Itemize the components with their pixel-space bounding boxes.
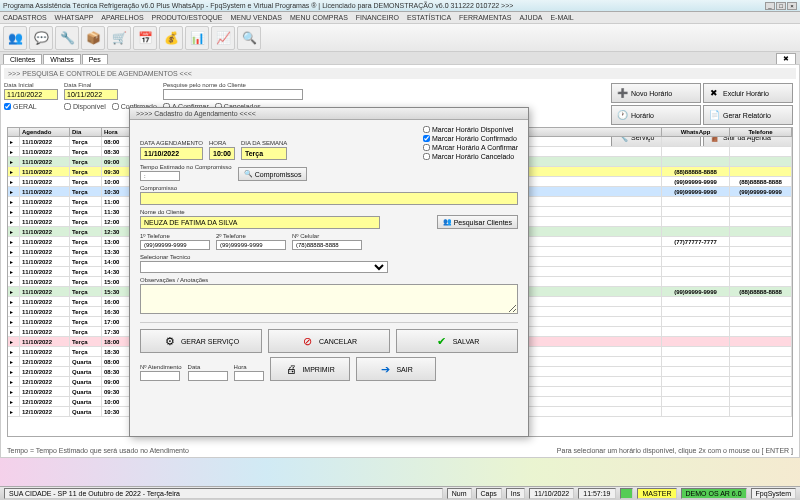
status-fpq: FpqSystem [751,488,796,499]
toolbar: 👥 💬 🔧 📦 🛒 📅 💰 📊 📈 🔍 [0,24,800,52]
gerar-servico-button[interactable]: ⚙GERAR SERVIÇO [140,329,262,353]
data-ag-field[interactable]: 11/10/2022 [140,147,203,160]
tel1-input[interactable] [140,240,210,250]
data-final-input[interactable] [64,89,118,100]
titlebar: Programa Assistência Técnica Refrigeraçã… [0,0,800,12]
dia-semana-field: Terça [241,147,287,160]
tab-clientes[interactable]: Clientes [3,54,42,64]
cel-input[interactable] [292,240,362,250]
search-icon: 🔍 [244,170,253,178]
window-title: Programa Assistência Técnica Refrigeraçã… [3,2,764,9]
toolbar-icon-3[interactable]: 🔧 [55,26,79,50]
status-city: SUA CIDADE - SP 11 de Outubro de 2022 - … [4,488,443,499]
menu-compras[interactable]: MENU COMPRAS [290,14,348,21]
menu-ferramentas[interactable]: FERRAMENTAS [459,14,511,21]
data-inicial-input[interactable] [4,89,58,100]
status-master: MASTER [637,488,676,499]
toolbar-icon-2[interactable]: 💬 [29,26,53,50]
tecnico-select[interactable] [140,261,388,273]
hora2-input[interactable] [234,371,264,381]
status-date: 11/10/2022 [529,488,574,499]
page-title: >>> PESQUISA E CONTROLE DE AGENDAMENTOS … [4,68,796,79]
col-telefone[interactable]: Telefone [730,128,792,136]
toolbar-icon-8[interactable]: 📊 [185,26,209,50]
footer-right: Para selecionar um horário disponível, c… [557,447,793,454]
maximize-button[interactable]: □ [776,2,786,10]
compromissos-button[interactable]: 🔍Compromissos [238,167,308,181]
chk-disp[interactable]: Disponível [64,103,106,110]
data-inicial-label: Data Inicial [4,82,58,88]
menu-produto[interactable]: PRODUTO/ESTOQUE [152,14,223,21]
cancelar-button[interactable]: ⊘CANCELAR [268,329,390,353]
main-panel: >>> PESQUISA E CONTROLE DE AGENDAMENTOS … [0,64,800,458]
minimize-button[interactable]: _ [765,2,775,10]
toolbar-icon-9[interactable]: 📈 [211,26,235,50]
toolbar-icon-4[interactable]: 📦 [81,26,105,50]
pesquise-input[interactable] [163,89,303,100]
chk-marcar-aconf[interactable]: MArcar Horário A Confirmar [423,144,518,151]
status-ins: Ins [506,488,525,499]
tab-whats[interactable]: Whatss [43,54,80,64]
observacoes-input[interactable] [140,284,518,314]
menu-cadastros[interactable]: CADASTROS [3,14,47,21]
status-indicator [620,488,634,499]
pesquisar-clientes-button[interactable]: 👥Pesquisar Clientes [437,215,518,229]
tab-close-icon[interactable]: ✖ [776,53,796,64]
chk-marcar-conf[interactable]: Marcar Horário Confirmado [423,135,518,142]
menu-financeiro[interactable]: FINANCEIRO [356,14,399,21]
tel2-input[interactable] [216,240,286,250]
novo-horario-button[interactable]: ➕Novo Horário [611,83,701,103]
status-time: 11:57:19 [578,488,615,499]
close-button[interactable]: × [787,2,797,10]
col-hora[interactable]: Hora [102,128,130,136]
clock-icon: 🕐 [616,109,628,121]
chk-geral[interactable]: GERAL [4,103,37,110]
toolbar-icon-10[interactable]: 🔍 [237,26,261,50]
col-whatsapp[interactable]: WhatsApp [662,128,730,136]
menu-whatsapp[interactable]: WHATSAPP [55,14,94,21]
hora-field[interactable]: 10:00 [209,147,235,160]
menu-ajuda[interactable]: AJUDA [519,14,542,21]
toolbar-icon-1[interactable]: 👥 [3,26,27,50]
status-demo: DEMO OS AR 6.0 [681,488,747,499]
pesquise-label: Pesquise pelo nome do Cliente [163,82,303,88]
relatorio-button[interactable]: 📄Gerar Relatório [703,105,793,125]
toolbar-icon-7[interactable]: 💰 [159,26,183,50]
print-icon: 🖨 [284,362,298,376]
plus-icon: ➕ [616,87,628,99]
col-dia[interactable]: Dia [70,128,102,136]
col-agendado[interactable]: Agendado [20,128,70,136]
check-icon: ✔ [435,334,449,348]
tab-pes[interactable]: Pes [82,54,108,64]
tempo-field[interactable]: : [140,171,180,181]
status-caps: Caps [476,488,502,499]
people-icon: 👥 [443,218,452,226]
chk-marcar-disp[interactable]: Marcar Horário Disponível [423,126,518,133]
delete-icon: ✖ [708,87,720,99]
salvar-button[interactable]: ✔SALVAR [396,329,518,353]
menu-aparelhos[interactable]: APARELHOS [101,14,143,21]
imprimir-button[interactable]: 🖨IMPRIMIR [270,357,350,381]
statusbar: SUA CIDADE - SP 11 de Outubro de 2022 - … [0,486,800,500]
nome-cliente-input[interactable] [140,216,380,229]
status-num: Num [447,488,472,499]
toolbar-icon-6[interactable]: 📅 [133,26,157,50]
menu-email[interactable]: E-MAIL [550,14,573,21]
natend-input[interactable] [140,371,180,381]
menu-vendas[interactable]: MENU VENDAS [231,14,282,21]
sair-button[interactable]: ➔SAIR [356,357,436,381]
chk-marcar-canc[interactable]: Marcar Horário Cancelado [423,153,518,160]
menu-estatistica[interactable]: ESTATÍSTICA [407,14,451,21]
compromisso-input[interactable] [140,192,518,205]
gear-icon: ⚙ [163,334,177,348]
excluir-horario-button[interactable]: ✖Excluir Horário [703,83,793,103]
cancel-icon: ⊘ [301,334,315,348]
toolbar-icon-5[interactable]: 🛒 [107,26,131,50]
modal-title: >>>> Cadastro do Agendamento <<<< [130,108,528,120]
grid-footer: Tempo = Tempo Estimado que será usado no… [7,447,793,454]
decorative-banner [0,458,800,486]
horario-button[interactable]: 🕐Horário [611,105,701,125]
report-icon: 📄 [708,109,720,121]
data2-input[interactable] [188,371,228,381]
data-final-label: Data Final [64,82,157,88]
